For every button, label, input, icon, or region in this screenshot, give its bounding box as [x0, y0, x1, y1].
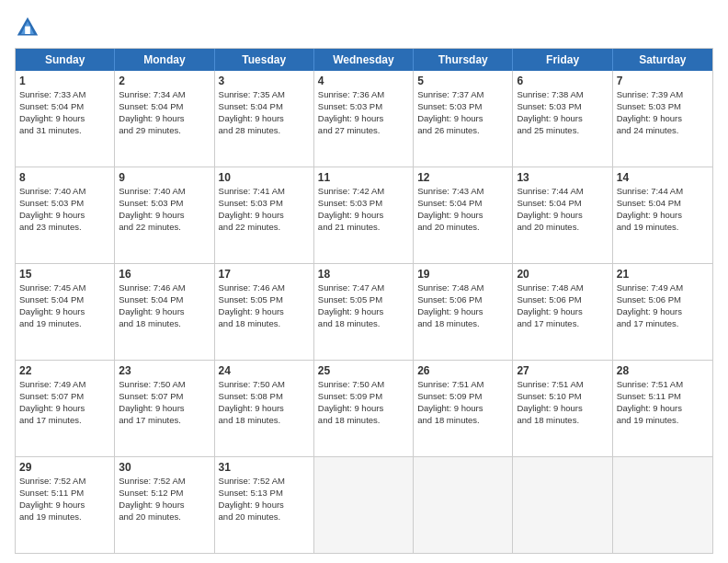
day-info-line: Sunrise: 7:51 AM — [517, 379, 608, 391]
day-info-line: Daylight: 9 hours — [617, 210, 709, 222]
day-info-line: Daylight: 9 hours — [219, 113, 310, 125]
day-cell-3: 3Sunrise: 7:35 AMSunset: 5:04 PMDaylight… — [215, 71, 314, 167]
day-info-line: Sunrise: 7:42 AM — [318, 186, 409, 198]
day-info-line: and 26 minutes. — [417, 125, 508, 137]
day-info-line: Sunset: 5:04 PM — [417, 198, 508, 210]
day-info-line: and 22 minutes. — [119, 222, 210, 234]
day-number: 20 — [517, 267, 608, 282]
day-info-line: Daylight: 9 hours — [617, 306, 709, 318]
day-info-line: and 19 minutes. — [617, 415, 709, 427]
day-info-line: and 19 minutes. — [617, 222, 709, 234]
day-info-line: Daylight: 9 hours — [617, 113, 709, 125]
day-info-line: Daylight: 9 hours — [219, 306, 310, 318]
day-info-line: Sunset: 5:03 PM — [119, 198, 210, 210]
day-info-line: Daylight: 9 hours — [19, 403, 110, 415]
day-cell-26: 26Sunrise: 7:51 AMSunset: 5:09 PMDayligh… — [414, 361, 513, 456]
day-cell-7: 7Sunrise: 7:39 AMSunset: 5:03 PMDaylight… — [613, 71, 712, 167]
day-info-line: Sunset: 5:08 PM — [219, 391, 310, 403]
empty-cell — [613, 457, 712, 553]
day-info-line: Sunrise: 7:39 AM — [617, 89, 709, 101]
day-info-line: and 27 minutes. — [318, 125, 409, 137]
day-info-line: and 20 minutes. — [119, 511, 210, 523]
calendar-body: 1Sunrise: 7:33 AMSunset: 5:04 PMDaylight… — [16, 71, 712, 553]
day-info-line: Daylight: 9 hours — [517, 210, 608, 222]
empty-cell — [314, 457, 414, 553]
day-info-line: Sunrise: 7:52 AM — [219, 476, 310, 488]
day-info-line: and 18 minutes. — [417, 318, 508, 330]
day-cell-15: 15Sunrise: 7:45 AMSunset: 5:04 PMDayligh… — [16, 264, 115, 360]
day-info-line: Daylight: 9 hours — [517, 403, 608, 415]
day-number: 7 — [617, 74, 709, 88]
day-info-line: and 18 minutes. — [318, 415, 409, 427]
day-info-line: Sunrise: 7:44 AM — [617, 186, 709, 198]
day-info-line: Sunrise: 7:34 AM — [119, 89, 210, 101]
day-info-line: Daylight: 9 hours — [19, 500, 110, 511]
day-info-line: and 19 minutes. — [19, 511, 110, 523]
day-info-line: Sunrise: 7:35 AM — [219, 89, 310, 101]
day-info-line: Sunrise: 7:40 AM — [19, 186, 110, 198]
day-info-line: Daylight: 9 hours — [119, 500, 210, 511]
day-number: 2 — [119, 74, 210, 88]
day-info-line: Daylight: 9 hours — [119, 113, 210, 125]
day-info-line: Daylight: 9 hours — [318, 113, 409, 125]
day-cell-6: 6Sunrise: 7:38 AMSunset: 5:03 PMDaylight… — [513, 71, 612, 167]
day-info-line: Sunset: 5:03 PM — [617, 101, 709, 113]
day-info-line: Sunrise: 7:36 AM — [318, 89, 409, 101]
day-info-line: and 17 minutes. — [617, 318, 709, 330]
day-number: 22 — [19, 363, 110, 378]
day-cell-23: 23Sunrise: 7:50 AMSunset: 5:07 PMDayligh… — [115, 361, 214, 456]
day-info-line: Sunrise: 7:47 AM — [318, 282, 409, 294]
day-info-line: Sunrise: 7:33 AM — [19, 89, 110, 101]
day-info-line: Daylight: 9 hours — [417, 306, 508, 318]
week-row-1: 1Sunrise: 7:33 AMSunset: 5:04 PMDaylight… — [16, 71, 712, 167]
day-info-line: Sunrise: 7:46 AM — [119, 282, 210, 294]
day-cell-22: 22Sunrise: 7:49 AMSunset: 5:07 PMDayligh… — [16, 361, 115, 456]
day-info-line: Sunset: 5:04 PM — [19, 294, 110, 306]
header-day-monday: Monday — [115, 49, 214, 71]
day-info-line: Sunset: 5:04 PM — [219, 101, 310, 113]
day-info-line: Sunset: 5:13 PM — [219, 488, 310, 500]
day-number: 6 — [517, 74, 608, 88]
day-cell-19: 19Sunrise: 7:48 AMSunset: 5:06 PMDayligh… — [414, 264, 513, 360]
day-info-line: Daylight: 9 hours — [19, 210, 110, 222]
day-info-line: Daylight: 9 hours — [119, 306, 210, 318]
logo — [15, 15, 44, 40]
day-info-line: Daylight: 9 hours — [119, 403, 210, 415]
day-number: 23 — [119, 363, 210, 378]
day-info-line: Daylight: 9 hours — [219, 500, 310, 511]
header — [15, 15, 713, 40]
day-info-line: Sunset: 5:03 PM — [417, 101, 508, 113]
calendar-header: SundayMondayTuesdayWednesdayThursdayFrid… — [16, 49, 712, 71]
empty-cell — [513, 457, 612, 553]
day-info-line: and 17 minutes. — [517, 318, 608, 330]
day-info-line: Daylight: 9 hours — [318, 210, 409, 222]
day-info-line: Sunset: 5:03 PM — [517, 101, 608, 113]
day-number: 31 — [219, 460, 310, 475]
header-day-sunday: Sunday — [16, 49, 115, 71]
day-info-line: and 18 minutes. — [219, 415, 310, 427]
day-cell-28: 28Sunrise: 7:51 AMSunset: 5:11 PMDayligh… — [613, 361, 712, 456]
day-info-line: Sunrise: 7:51 AM — [617, 379, 709, 391]
day-info-line: and 21 minutes. — [318, 222, 409, 234]
day-number: 11 — [318, 170, 409, 185]
day-info-line: Sunset: 5:03 PM — [19, 198, 110, 210]
day-info-line: and 28 minutes. — [219, 125, 310, 137]
day-number: 18 — [318, 267, 409, 282]
day-info-line: Sunrise: 7:46 AM — [219, 282, 310, 294]
day-info-line: Sunset: 5:06 PM — [417, 294, 508, 306]
day-cell-1: 1Sunrise: 7:33 AMSunset: 5:04 PMDaylight… — [16, 71, 115, 167]
day-info-line: and 18 minutes. — [517, 415, 608, 427]
day-number: 30 — [119, 460, 210, 475]
day-cell-20: 20Sunrise: 7:48 AMSunset: 5:06 PMDayligh… — [513, 264, 612, 360]
day-info-line: Daylight: 9 hours — [517, 306, 608, 318]
day-info-line: Sunset: 5:04 PM — [119, 101, 210, 113]
day-info-line: Sunset: 5:04 PM — [617, 198, 709, 210]
day-info-line: and 18 minutes. — [119, 318, 210, 330]
day-info-line: and 20 minutes. — [517, 222, 608, 234]
day-info-line: Sunset: 5:10 PM — [517, 391, 608, 403]
day-cell-5: 5Sunrise: 7:37 AMSunset: 5:03 PMDaylight… — [414, 71, 513, 167]
day-info-line: and 18 minutes. — [219, 318, 310, 330]
day-info-line: Daylight: 9 hours — [318, 306, 409, 318]
svg-rect-2 — [25, 27, 30, 34]
day-info-line: Sunrise: 7:52 AM — [19, 476, 110, 488]
